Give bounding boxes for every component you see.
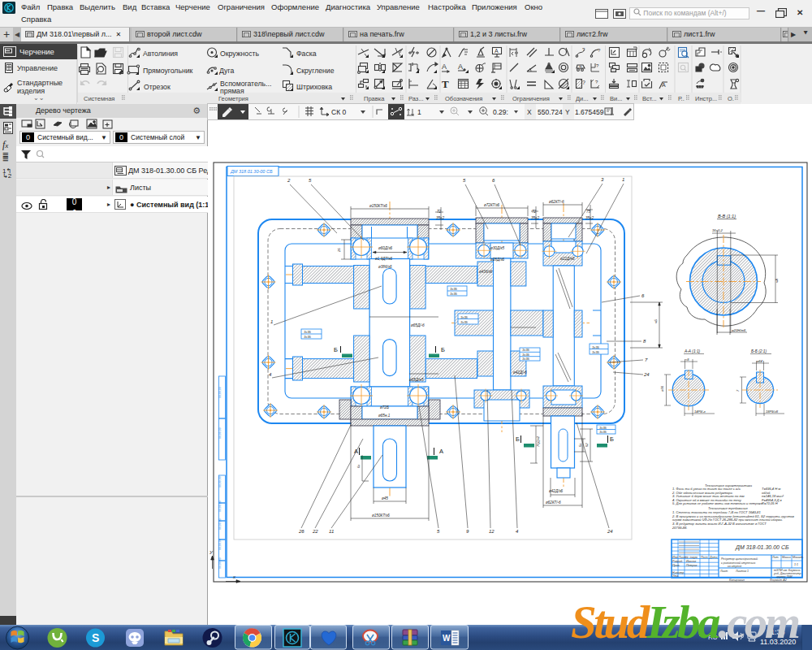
svg-text:Изм Лист: Изм Лист xyxy=(672,556,686,559)
svg-text:ДМ 318-01.30.00 СБ: ДМ 318-01.30.00 СБ xyxy=(735,544,789,551)
svg-text:№ докум.: № докум. xyxy=(685,556,698,559)
svg-text:Ди...: Ди... xyxy=(576,95,589,102)
svg-text:Обозначения: Обозначения xyxy=(445,95,482,102)
svg-text:ø150К7/з6: ø150К7/з6 xyxy=(369,204,387,208)
svg-text:1: 1 xyxy=(417,108,421,116)
svg-text:6з: 6з xyxy=(356,465,361,468)
svg-text:чБ: чБ xyxy=(654,319,658,323)
svg-text:Редуктор цилиндрический: Редуктор цилиндрический xyxy=(721,557,758,561)
svg-text:ЗхЗБ: ЗхЗБ xyxy=(522,358,530,361)
svg-text:У: У xyxy=(209,550,214,555)
svg-text:Ви...: Ви... xyxy=(610,95,622,102)
svg-text:ø1,9Д7/з6: ø1,9Д7/з6 xyxy=(375,257,392,261)
svg-text:?: ? xyxy=(582,47,585,52)
svg-text:ø42Д/-б: ø42Д/-б xyxy=(513,370,527,375)
svg-text:ø65н,1: ø65н,1 xyxy=(378,414,391,418)
svg-text:Вст...: Вст... xyxy=(642,95,657,102)
svg-text:ø30Д/к5: ø30Д/к5 xyxy=(490,246,505,250)
svg-text:А-А (1:1): А-А (1:1) xyxy=(684,349,701,353)
svg-text:70Д/х2: 70Д/х2 xyxy=(536,436,540,447)
svg-text:ø20Н/т6: ø20Н/т6 xyxy=(732,328,746,332)
svg-text:ø65Д/н5: ø65Д/н5 xyxy=(409,378,424,382)
svg-text:ø38б/з6: ø38б/з6 xyxy=(378,265,392,269)
svg-text:В-В (1:1): В-В (1:1) xyxy=(718,214,736,219)
svg-text:Б-Б (2:1): Б-Б (2:1) xyxy=(751,349,767,353)
svg-text:00.00.00: 00.00.00 xyxy=(218,518,222,530)
svg-text:СК 0: СК 0 xyxy=(331,108,346,116)
svg-text:W: W xyxy=(443,634,451,643)
svg-text:2: 2 xyxy=(287,178,291,183)
svg-text:Формат А2: Формат А2 xyxy=(770,578,788,582)
svg-text:35х2: 35х2 xyxy=(436,216,444,220)
svg-text:20799-88.: 20799-88. xyxy=(672,526,687,530)
svg-text:S: S xyxy=(92,631,99,644)
svg-text:0.29:: 0.29: xyxy=(493,108,508,116)
svg-text:00.00.00: 00.00.00 xyxy=(218,476,222,488)
svg-text:Лит.: Лит. xyxy=(771,556,779,559)
svg-text:Разраб.: Разраб. xyxy=(672,560,683,563)
svg-text:ø45: ø45 xyxy=(382,496,388,500)
svg-text:ДМ 318.01.30-00 СБ: ДМ 318.01.30-00 СБ xyxy=(230,169,273,174)
svg-text:52: 52 xyxy=(585,443,589,447)
svg-text:ЗхЗБ: ЗхЗБ xyxy=(592,351,600,354)
svg-text:с раздвоенной ступенью: с раздвоенной ступенью xyxy=(721,561,755,565)
svg-text:35х2: 35х2 xyxy=(531,216,539,220)
svg-text:1:1: 1:1 xyxy=(794,563,798,566)
svg-text:Правка: Правка xyxy=(364,95,385,102)
svg-text:ЗхЗБ: ЗхЗБ xyxy=(460,321,469,324)
svg-text:ø43б/зб: ø43б/зб xyxy=(479,270,493,274)
svg-text:ø56: ø56 xyxy=(660,385,664,392)
svg-text:Ограничения: Ограничения xyxy=(512,95,550,102)
svg-text:А: А xyxy=(439,448,443,455)
svg-text:ø60Д/з6: ø60Д/з6 xyxy=(378,246,393,250)
svg-text:Н.контр.: Н.контр. xyxy=(672,571,685,574)
svg-text:ø28Д/з6: ø28Д/з6 xyxy=(490,258,505,262)
svg-text:ЗхЗБ: ЗхЗБ xyxy=(304,331,312,334)
svg-text:11: 11 xyxy=(329,529,334,534)
svg-text:ø62К7/-б: ø62К7/-б xyxy=(549,200,564,204)
svg-text:Лист: Лист xyxy=(719,570,728,573)
svg-text:75: 75 xyxy=(586,210,591,214)
svg-text:A: A xyxy=(662,82,666,88)
svg-text:Р..: Р.. xyxy=(678,95,685,102)
svg-text:12: 12 xyxy=(489,529,495,534)
svg-text:00.00.00: 00.00.00 xyxy=(218,427,222,439)
svg-text:ЗхЗБ: ЗхЗБ xyxy=(592,346,600,349)
svg-text:?: ? xyxy=(598,48,601,53)
svg-text:16±0,2: 16±0,2 xyxy=(712,228,723,232)
svg-text:72: 72 xyxy=(437,210,442,214)
svg-text:Масса: Масса xyxy=(782,556,791,559)
svg-text:A: A xyxy=(458,63,463,71)
svg-text:00.00.00: 00.00.00 xyxy=(218,387,222,398)
svg-text:ø22Д/н6: ø22Д/н6 xyxy=(560,257,575,261)
svg-text:00.00.00: 00.00.00 xyxy=(218,500,222,512)
svg-text:?: ? xyxy=(596,63,599,68)
svg-text:Петров: Петров xyxy=(686,564,698,567)
svg-text:ЗхЗБ: ЗхЗБ xyxy=(304,336,312,339)
svg-text:1.675459: 1.675459 xyxy=(575,108,604,116)
svg-text:A: A xyxy=(495,48,499,54)
svg-text:ЗхЗБ: ЗхЗБ xyxy=(450,292,458,296)
svg-text:ø72К7/з6: ø72К7/з6 xyxy=(484,203,500,207)
svg-text:Масшт.: Масшт. xyxy=(793,556,804,559)
svg-text:ø62К7/-б: ø62К7/-б xyxy=(546,500,561,505)
svg-text:25: 25 xyxy=(337,248,341,253)
svg-text:чА: чА xyxy=(775,279,779,283)
svg-text:ЗхЗБ: ЗхЗБ xyxy=(460,316,469,319)
svg-text:О.: О. xyxy=(728,95,734,102)
svg-text:26: 26 xyxy=(298,529,304,534)
svg-text:550.724:: 550.724: xyxy=(538,108,564,116)
svg-text:R=70,05 Н: R=70,05 Н xyxy=(762,501,778,505)
svg-text:Б: Б xyxy=(610,436,614,443)
svg-text:Утв.: Утв. xyxy=(672,574,679,578)
svg-text:ø65Д/-б: ø65Д/-б xyxy=(411,323,425,327)
svg-text:Y: Y xyxy=(565,108,570,116)
svg-text:Инстр...: Инстр... xyxy=(695,95,717,102)
svg-text:ЗхЗБ: ЗхЗБ xyxy=(599,427,607,430)
svg-text:00.00.00: 00.00.00 xyxy=(218,557,222,569)
svg-text:18Р9/д8: 18Р9/д8 xyxy=(766,410,779,414)
svg-text:ø64: ø64 xyxy=(757,359,763,363)
svg-text:Б: Б xyxy=(516,436,520,443)
svg-text:Дата: Дата xyxy=(709,556,717,559)
svg-text:24: 24 xyxy=(607,529,613,534)
